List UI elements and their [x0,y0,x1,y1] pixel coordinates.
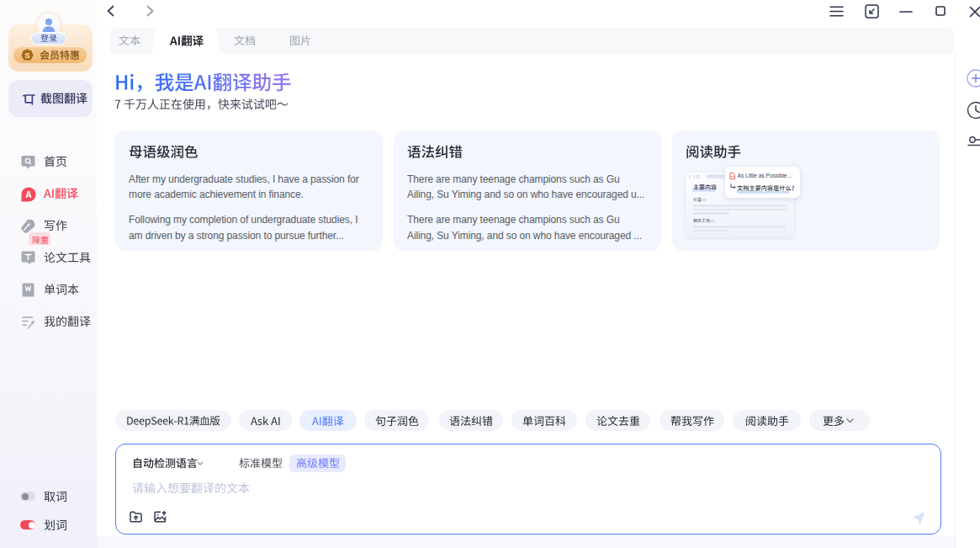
svg-text:S: S [24,51,29,60]
svg-text:A: A [25,189,32,200]
